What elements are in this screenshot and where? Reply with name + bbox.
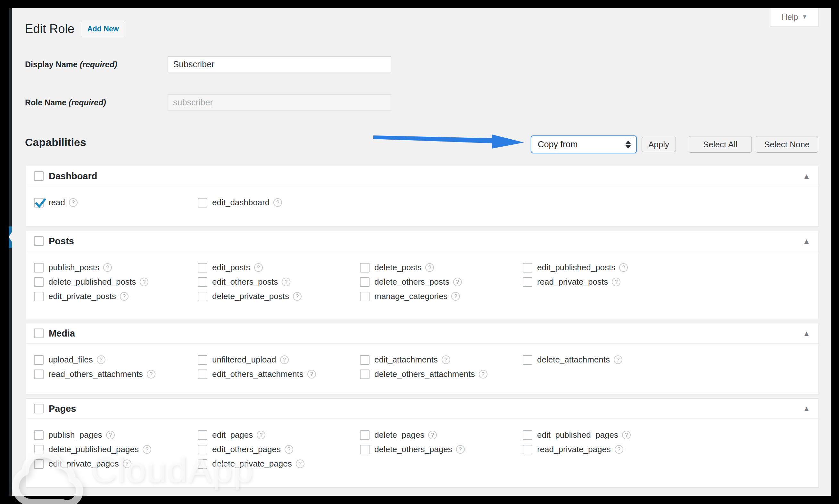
section-checkbox[interactable] (34, 328, 43, 338)
collapse-toggle-icon[interactable]: ▲ (801, 236, 812, 247)
help-tooltip-icon[interactable]: ? (120, 292, 128, 301)
capability-item: delete_private_pages ? (198, 456, 360, 471)
capability-checkbox[interactable] (34, 355, 43, 365)
admin-sidebar-sliver (8, 8, 12, 496)
help-tooltip-icon[interactable]: ? (612, 277, 620, 286)
help-tooltip-icon[interactable]: ? (103, 263, 112, 272)
help-tooltip-icon[interactable]: ? (282, 277, 290, 286)
capability-item: read_private_pages ? (523, 442, 819, 456)
collapse-toggle-icon[interactable]: ▲ (801, 328, 812, 339)
capability-checkbox[interactable] (198, 459, 207, 469)
capability-checkbox[interactable] (34, 277, 43, 287)
help-tooltip-icon[interactable]: ? (479, 370, 487, 378)
select-stepper-icon (625, 141, 631, 148)
capability-checkbox[interactable] (198, 292, 207, 301)
capability-label: unfiltered_upload (212, 355, 276, 365)
capability-checkbox[interactable] (198, 355, 207, 365)
help-tooltip-icon[interactable]: ? (257, 431, 265, 439)
section-title: Posts (49, 236, 74, 247)
capability-checkbox[interactable] (198, 370, 207, 379)
help-tooltip-icon[interactable]: ? (428, 431, 437, 439)
capability-section-header: Pages ▲ (26, 399, 819, 419)
help-tooltip-icon[interactable]: ? (425, 263, 434, 272)
capability-label: delete_others_posts (374, 277, 449, 287)
capability-checkbox[interactable] (360, 277, 369, 287)
help-tooltip-icon[interactable]: ? (453, 277, 462, 286)
help-tooltip-icon[interactable]: ? (280, 356, 289, 364)
help-tooltip-icon[interactable]: ? (451, 292, 460, 301)
help-tooltip-icon[interactable]: ? (456, 445, 465, 454)
capability-checkbox[interactable] (360, 370, 369, 379)
help-tooltip-icon[interactable]: ? (284, 445, 293, 454)
help-tooltip-icon[interactable]: ? (622, 431, 631, 439)
capability-checkbox[interactable] (360, 292, 369, 301)
help-tooltip-icon[interactable]: ? (69, 198, 77, 207)
capability-item: edit_published_pages ? (523, 428, 819, 442)
capability-label: read (48, 198, 65, 208)
capability-checkbox[interactable] (34, 430, 43, 440)
section-checkbox[interactable] (34, 236, 43, 246)
capability-checkbox[interactable] (34, 445, 43, 454)
capability-checkbox[interactable] (34, 263, 43, 272)
copy-from-selected-value: Copy from (538, 140, 578, 149)
help-tooltip-icon[interactable]: ? (296, 460, 304, 468)
capability-checkbox[interactable] (360, 445, 369, 454)
help-tooltip-icon[interactable]: ? (307, 370, 316, 378)
capability-label: edit_others_attachments (212, 369, 303, 379)
collapse-toggle-icon[interactable]: ▲ (801, 403, 812, 414)
help-tooltip-icon[interactable]: ? (143, 445, 151, 454)
capability-label: read_private_posts (537, 277, 608, 287)
chevron-down-icon: ▼ (802, 14, 807, 20)
display-name-input[interactable] (168, 56, 391, 72)
help-tooltip-icon[interactable]: ? (140, 277, 148, 286)
display-name-row: Display Name (required) (25, 56, 391, 72)
page-header: Edit Role Add New (25, 21, 125, 37)
help-button[interactable]: Help ▼ (770, 8, 819, 26)
capabilities-controls: Copy from Apply Select All Select None (531, 136, 818, 154)
capability-label: delete_others_pages (374, 445, 452, 454)
apply-button[interactable]: Apply (642, 137, 676, 152)
role-name-label: Role Name (required) (25, 98, 168, 107)
help-tooltip-icon[interactable]: ? (293, 292, 301, 301)
capability-checkbox[interactable] (198, 445, 207, 454)
select-all-button[interactable]: Select All (689, 136, 752, 153)
capability-checkbox[interactable] (198, 430, 207, 440)
capability-checkbox[interactable] (360, 263, 369, 272)
help-tooltip-icon[interactable]: ? (106, 431, 115, 439)
help-tooltip-icon[interactable]: ? (614, 356, 622, 364)
capability-grid: upload_files ? unfiltered_upload ? edit_… (26, 344, 819, 381)
copy-from-select[interactable]: Copy from (531, 136, 637, 154)
add-new-button[interactable]: Add New (81, 21, 125, 37)
capability-checkbox[interactable] (34, 459, 43, 469)
help-label: Help (782, 13, 798, 22)
help-tooltip-icon[interactable]: ? (273, 198, 282, 207)
capability-checkbox[interactable] (198, 263, 207, 272)
capability-checkbox[interactable] (360, 355, 369, 365)
section-title: Pages (49, 403, 76, 414)
capability-checkbox[interactable] (34, 198, 43, 208)
capability-checkbox[interactable] (34, 370, 43, 379)
help-tooltip-icon[interactable]: ? (254, 263, 263, 272)
help-tooltip-icon[interactable]: ? (97, 356, 105, 364)
capability-checkbox[interactable] (198, 198, 207, 208)
section-checkbox[interactable] (34, 171, 43, 181)
capability-checkbox[interactable] (198, 277, 207, 287)
select-none-button[interactable]: Select None (756, 136, 818, 153)
capability-checkbox[interactable] (523, 445, 532, 454)
capability-checkbox[interactable] (523, 263, 532, 272)
help-tooltip-icon[interactable]: ? (442, 356, 450, 364)
collapse-toggle-icon[interactable]: ▲ (801, 171, 812, 182)
help-tooltip-icon[interactable]: ? (615, 445, 623, 454)
capability-label: delete_pages (374, 430, 424, 440)
help-tooltip-icon[interactable]: ? (619, 263, 628, 272)
help-tooltip-icon[interactable]: ? (123, 460, 132, 468)
capability-item: read_others_attachments ? (34, 367, 198, 381)
capability-checkbox[interactable] (523, 355, 532, 365)
capability-checkbox[interactable] (360, 430, 369, 440)
help-tooltip-icon[interactable]: ? (147, 370, 155, 378)
section-checkbox[interactable] (34, 404, 43, 413)
capability-checkbox[interactable] (523, 277, 532, 287)
capability-checkbox[interactable] (523, 430, 532, 440)
capability-item: delete_others_pages ? (360, 442, 523, 456)
capability-checkbox[interactable] (34, 292, 43, 301)
